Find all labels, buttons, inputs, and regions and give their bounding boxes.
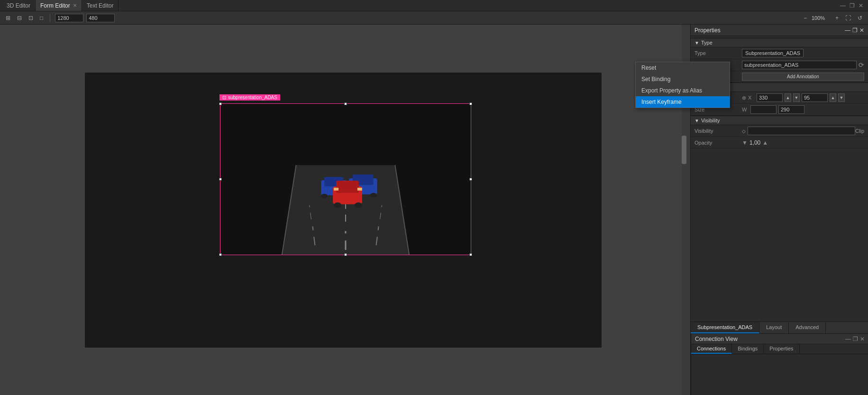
props-tabs: Subpresentation_ADAS Layout Advanced [691,322,868,333]
minimize-icon[interactable]: — [839,1,847,10]
svg-point-22 [355,202,362,208]
canvas-area[interactable]: ⊡ subpresentation_ADAS [0,25,686,395]
toolbar-btn-4[interactable]: □ [38,14,45,22]
ctx-set-binding[interactable]: Set Binding [636,73,730,85]
conn-tab-connections-label: Connections [697,346,726,351]
id-sync-icon[interactable]: ⟳ [859,61,864,69]
props-close-icon[interactable]: ✕ [859,27,864,34]
section-type[interactable]: ▼ Type [691,38,868,47]
handle-ml[interactable] [219,178,222,181]
h-input[interactable] [778,105,804,114]
sub-label-icon: ⊡ [222,95,226,100]
tab-bar: 3D Editor Form Editor ✕ Text Editor — ❐ … [0,0,868,11]
conn-minimize-icon[interactable]: — [845,336,851,342]
tab-text-editor[interactable]: Text Editor [82,0,119,11]
conn-tab-properties[interactable]: Properties [764,344,799,354]
context-menu: Reset Set Binding Export Property as Ali… [635,62,730,108]
x-input[interactable] [757,93,783,102]
zoom-out-btn[interactable]: − [802,14,809,22]
prop-visibility: Visibility ◇ Clip [691,125,868,137]
tab-form-editor-close[interactable]: ✕ [73,3,77,8]
svg-rect-24 [357,187,362,190]
close-icon[interactable]: ✕ [858,1,864,10]
handle-tl[interactable] [219,102,222,105]
props-minimize-icon[interactable]: — [845,27,850,34]
conn-tab-bindings[interactable]: Bindings [732,344,764,354]
prop-type: Type Subpresentation_ADAS [691,47,868,59]
canvas-inner: ⊡ subpresentation_ADAS [85,73,602,348]
toolbar-sep-1 [50,14,50,22]
y-up-btn[interactable]: ▲ [830,93,836,102]
x-axis-icon: ⊕ [742,95,746,101]
keyframe-diamond-icon[interactable]: ◇ [742,129,746,134]
zoom-fit-btn[interactable]: ⛶ [843,14,853,22]
props-tab-layout[interactable]: Layout [759,322,789,333]
height-input[interactable] [86,14,115,22]
tab-text-editor-label: Text Editor [87,2,114,9]
props-tab-subpresentation-label: Subpresentation_ADAS [697,324,752,330]
handle-mr[interactable] [469,178,472,181]
toolbar-btn-2[interactable]: ⊟ [15,14,24,22]
conn-tab-properties-label: Properties [769,346,793,351]
main-content: ⊡ subpresentation_ADAS [0,25,868,395]
reset-zoom-btn[interactable]: ↺ [856,14,864,22]
handle-bc[interactable] [344,253,347,256]
w-input[interactable] [750,105,777,114]
tab-bar-controls: — ❐ ✕ [839,1,866,10]
handle-br[interactable] [469,253,472,256]
conn-tab-connections[interactable]: Connections [691,344,732,354]
ctx-export-alias[interactable]: Export Property as Alias [636,85,730,96]
props-title: Properties [694,27,721,34]
x-down-btn[interactable]: ▼ [793,93,800,102]
type-value: Subpresentation_ADAS [742,49,804,57]
sub-label: ⊡ subpresentation_ADAS [219,94,280,101]
sub-element[interactable]: ⊡ subpresentation_ADAS [220,103,471,255]
toolbar-btn-3[interactable]: ⊡ [27,14,35,22]
zoom-in-btn[interactable]: + [833,14,841,22]
tab-3d-editor-label: 3D Editor [7,2,30,9]
ctx-insert-keyframe-label: Insert Keyframe [641,99,682,105]
toolbar-btn-1[interactable]: ⊞ [4,14,12,22]
svg-point-18 [370,193,377,197]
v-scrollbar-thumb[interactable] [682,136,686,164]
type-label: Type [694,50,742,56]
props-restore-icon[interactable]: ❐ [852,27,858,34]
handle-tr[interactable] [469,102,472,105]
opacity-label: Opacity [694,140,742,146]
props-tab-advanced[interactable]: Advanced [789,322,826,333]
conn-header: Connection View — ❐ ✕ [691,334,868,344]
visibility-label: Visibility [694,128,742,134]
conn-close-icon[interactable]: ✕ [860,336,865,342]
handle-tc[interactable] [344,102,347,105]
handle-bl[interactable] [219,253,222,256]
opacity-text: 1,00 [749,139,760,146]
y-down-btn[interactable]: ▼ [838,93,845,102]
section-visibility[interactable]: ▼ Visibility [691,116,868,125]
toolbar: ⊞ ⊟ ⊡ □ − 100% + ⛶ ↺ [0,11,868,25]
opacity-down-icon[interactable]: ▼ [742,139,748,146]
ctx-reset[interactable]: Reset [636,62,730,73]
ctx-insert-keyframe[interactable]: Insert Keyframe [636,96,730,108]
tab-3d-editor[interactable]: 3D Editor [2,0,36,11]
width-input[interactable] [55,14,83,22]
type-section-label: Type [701,40,713,46]
svg-point-21 [334,202,341,208]
props-tab-subpresentation[interactable]: Subpresentation_ADAS [691,322,759,333]
svg-rect-20 [336,180,359,193]
ctx-export-alias-label: Export Property as Alias [641,87,702,94]
id-input[interactable] [742,61,857,69]
visibility-input[interactable] [748,127,855,135]
road-scene [220,104,471,255]
x-up-btn[interactable]: ▲ [785,93,791,102]
tab-form-editor[interactable]: Form Editor ✕ [36,0,82,11]
tab-form-editor-label: Form Editor [40,2,70,9]
conn-restore-icon[interactable]: ❐ [853,336,858,342]
restore-icon[interactable]: ❐ [849,1,856,10]
conn-body [691,354,868,395]
y-input[interactable] [802,93,828,102]
opacity-up-icon[interactable]: ▲ [762,139,768,146]
conn-tab-bindings-label: Bindings [738,346,758,351]
w-coord-label: W [742,107,749,112]
position-inputs: ⊕ X ▲ ▼ ▲ ▼ [742,93,864,102]
add-annotation-btn[interactable]: Add Annotation [742,73,864,81]
